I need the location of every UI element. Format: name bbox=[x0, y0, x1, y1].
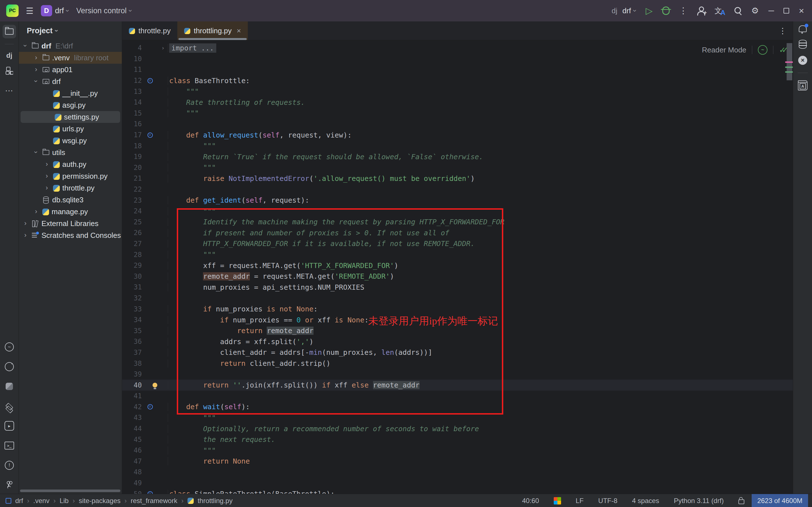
line-number[interactable]: 15 bbox=[122, 109, 142, 117]
code-line-44[interactable]: 44 Optionally, return a recommended numb… bbox=[122, 423, 793, 434]
readonly-lock-icon[interactable] bbox=[731, 494, 752, 507]
line-number[interactable]: 48 bbox=[122, 468, 142, 476]
tree-item-external-libraries[interactable]: ›External Libraries bbox=[19, 218, 122, 229]
indent-widget[interactable]: 4 spaces bbox=[625, 494, 666, 507]
breadcrumb-item-rest-framework[interactable]: rest_framework bbox=[131, 497, 177, 505]
code-with-me-icon[interactable]: + bbox=[697, 6, 705, 15]
code-line-23[interactable]: 23 def get_ident(self, request): bbox=[122, 195, 793, 206]
chevron-collapsed-icon[interactable]: › bbox=[35, 66, 37, 73]
run-button[interactable]: ▷ bbox=[646, 6, 653, 15]
chevron-collapsed-icon[interactable]: › bbox=[46, 161, 48, 167]
line-number[interactable]: 29 bbox=[122, 262, 142, 269]
line-number[interactable]: 42 bbox=[122, 403, 142, 411]
code-line-43[interactable]: 43 """ bbox=[122, 412, 793, 423]
code-line-39[interactable]: 39 bbox=[122, 369, 793, 380]
structure-toolwindow-button[interactable] bbox=[6, 67, 13, 74]
intention-bulb-icon[interactable] bbox=[153, 383, 157, 388]
python-packages-toolwindow-button[interactable] bbox=[0, 396, 18, 416]
chevron-collapsed-icon[interactable]: › bbox=[46, 172, 48, 179]
chevron-collapsed-icon[interactable]: › bbox=[35, 54, 37, 61]
caret-position-widget[interactable]: 40:60 bbox=[515, 494, 546, 507]
tree-item-scratches-and-consoles[interactable]: ›Scratches and Consoles bbox=[19, 229, 122, 241]
line-number[interactable]: 50 bbox=[122, 490, 142, 494]
overridden-marker-icon[interactable] bbox=[148, 132, 153, 138]
settings-gear-icon[interactable]: ⚙ bbox=[751, 6, 759, 15]
code-line-26[interactable]: 26 if present and number of proxies is >… bbox=[122, 227, 793, 238]
more-actions-icon[interactable]: ⋮ bbox=[679, 6, 688, 15]
tree-chevron[interactable]: › bbox=[33, 54, 40, 61]
line-number[interactable]: 30 bbox=[122, 273, 142, 280]
tree-item-drf[interactable]: ›drf bbox=[19, 75, 122, 88]
line-number[interactable]: 28 bbox=[122, 251, 142, 259]
stripe-mark-error[interactable] bbox=[785, 61, 793, 63]
line-number[interactable]: 12 bbox=[122, 77, 142, 84]
code-line-33[interactable]: 33 if num_proxies is not None: bbox=[122, 303, 793, 315]
code-line-20[interactable]: 20 """ bbox=[122, 162, 793, 173]
tree-item-asgi-py[interactable]: asgi.py bbox=[19, 99, 122, 111]
code-line-10[interactable]: 10 bbox=[122, 54, 793, 64]
memory-indicator[interactable]: 2623 of 4600M bbox=[752, 494, 808, 507]
horizontal-scrollbar[interactable] bbox=[20, 490, 120, 492]
line-number[interactable]: 38 bbox=[122, 359, 142, 368]
main-menu-icon[interactable]: ☰ bbox=[26, 6, 34, 16]
breadcrumb-item-throttling-py[interactable]: throttling.py bbox=[198, 497, 233, 505]
django-structure-toolwindow-button[interactable]: dj bbox=[6, 52, 12, 59]
code-line-25[interactable]: 25 Identify the machine making the reque… bbox=[122, 217, 793, 228]
tab-options-icon[interactable]: ⋮ bbox=[779, 26, 793, 36]
line-number[interactable]: 37 bbox=[122, 349, 142, 356]
overridden-marker-icon[interactable] bbox=[148, 491, 153, 494]
tree-chevron[interactable]: › bbox=[33, 208, 40, 215]
window-minimize-button[interactable]: ─ bbox=[768, 6, 774, 15]
breadcrumb-item-site-packages[interactable]: site-packages bbox=[79, 497, 120, 505]
tree-chevron[interactable]: › bbox=[43, 161, 50, 168]
no-problems-check-icon[interactable]: ✓✓ bbox=[779, 45, 788, 55]
window-close-button[interactable]: × bbox=[799, 6, 804, 15]
code-line-11[interactable]: 11 bbox=[122, 64, 793, 75]
tree-chevron[interactable]: › bbox=[33, 149, 40, 156]
problems-toolwindow-button[interactable]: ! bbox=[0, 455, 18, 475]
database-toolwindow-button[interactable] bbox=[793, 40, 812, 49]
code-line-29[interactable]: 29 xff = request.META.get('HTTP_X_FORWAR… bbox=[122, 260, 793, 271]
code-line-32[interactable]: 32 bbox=[122, 293, 793, 304]
todo-toolwindow-button[interactable]: ~ bbox=[0, 337, 18, 357]
tree-item-manage-py[interactable]: ›manage.py bbox=[19, 206, 122, 218]
line-number[interactable]: 21 bbox=[122, 174, 142, 182]
line-ending-widget[interactable]: LF bbox=[569, 494, 591, 507]
code-line-21[interactable]: 21 raise NotImplementedError('.allow_req… bbox=[122, 173, 793, 184]
tab-throttling-py[interactable]: throttling.py× bbox=[177, 21, 248, 40]
code-line-48[interactable]: 48 bbox=[122, 467, 793, 478]
line-number[interactable]: 35 bbox=[122, 327, 142, 335]
tree-item-init-py[interactable]: __init__.py bbox=[19, 88, 122, 99]
stripe-mark-info[interactable] bbox=[785, 66, 793, 68]
code-line-38[interactable]: 38 return client_addr.strip() bbox=[122, 358, 793, 369]
chevron-collapsed-icon[interactable]: › bbox=[46, 184, 48, 191]
chevron-expanded-icon[interactable]: › bbox=[22, 45, 29, 47]
tree-chevron[interactable]: › bbox=[33, 66, 40, 73]
code-line-28[interactable]: 28 """ bbox=[122, 249, 793, 260]
code-line-15[interactable]: 15 """ bbox=[122, 108, 793, 119]
chevron-expanded-icon[interactable]: › bbox=[33, 80, 40, 82]
stripe-mark-info[interactable] bbox=[785, 71, 793, 73]
breadcrumb-item-venv[interactable]: .venv bbox=[33, 497, 49, 505]
line-number[interactable]: 14 bbox=[122, 98, 142, 106]
line-number[interactable]: 4 bbox=[122, 44, 142, 52]
line-number[interactable]: 45 bbox=[122, 436, 142, 444]
code-line-47[interactable]: 47 return None bbox=[122, 456, 793, 467]
line-number[interactable]: 44 bbox=[122, 425, 142, 433]
code-line-31[interactable]: 31 num_proxies = api_settings.NUM_PROXIE… bbox=[122, 282, 793, 293]
tree-item-db-sqlite3[interactable]: db.sqlite3 bbox=[19, 194, 122, 206]
line-number[interactable]: 31 bbox=[122, 283, 142, 291]
line-number[interactable]: 10 bbox=[122, 55, 142, 63]
line-number[interactable]: 20 bbox=[122, 164, 142, 172]
code-line-41[interactable]: 41 bbox=[122, 391, 793, 402]
line-number[interactable]: 32 bbox=[122, 294, 142, 302]
more-toolwindows-icon[interactable]: … bbox=[5, 84, 14, 93]
code-line-22[interactable]: 22 bbox=[122, 184, 793, 195]
project-widget[interactable]: D drf › bbox=[41, 5, 69, 16]
code-line-16[interactable]: 16 bbox=[122, 119, 793, 130]
tree-chevron[interactable]: › bbox=[22, 42, 29, 50]
code-line-12[interactable]: 12class BaseThrottle: bbox=[122, 75, 793, 86]
line-number[interactable]: 41 bbox=[122, 392, 142, 400]
code-line-19[interactable]: 19 Return `True` if the request should b… bbox=[122, 151, 793, 162]
code-line-30[interactable]: 30 remote_addr = request.META.get('REMOT… bbox=[122, 271, 793, 282]
